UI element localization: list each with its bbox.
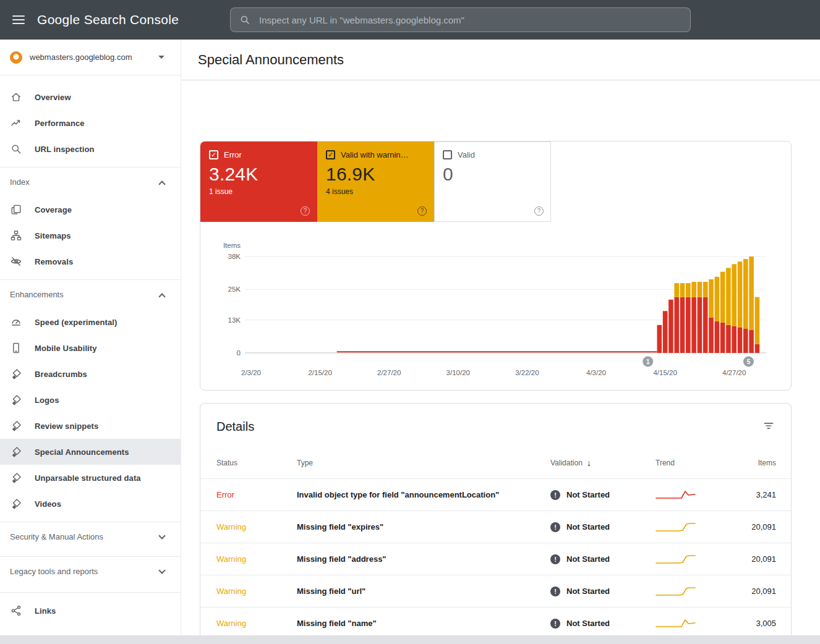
chevron-up-icon: [158, 180, 165, 187]
sidebar-item-videos[interactable]: Videos: [0, 491, 181, 517]
sidebar-bottom: Links: [0, 592, 181, 624]
sidebar-item-coverage[interactable]: Coverage: [0, 197, 181, 222]
sidebar-item-review-snippets[interactable]: Review snippets: [0, 413, 181, 439]
details-table-header: StatusTypeValidation↓TrendItems: [200, 447, 791, 478]
not-started-icon: !: [550, 554, 560, 564]
type-cell: Missing field "url": [297, 587, 550, 596]
sidebar-item-removals[interactable]: Removals: [0, 248, 181, 274]
not-started-icon: !: [550, 587, 560, 596]
sidebar-section-security-manual-actions[interactable]: Security & Manual Actions: [0, 522, 181, 551]
svg-text:4/27/20: 4/27/20: [722, 369, 746, 376]
sidebar-item-special-announcements[interactable]: Special Announcements: [0, 439, 181, 465]
summary-card-valid[interactable]: Valid0?: [434, 142, 551, 222]
sidebar-item-label: Unparsable structured data: [35, 473, 141, 483]
url-inspection-input[interactable]: [258, 14, 681, 26]
help-icon[interactable]: ?: [417, 206, 427, 216]
svg-text:4/3/20: 4/3/20: [586, 369, 606, 376]
sidebar-item-url-inspection[interactable]: URL inspection: [0, 136, 181, 162]
details-row[interactable]: ErrorInvalid object type for field "anno…: [200, 478, 791, 511]
sidebar-item-label: Sitemaps: [35, 231, 71, 240]
help-icon[interactable]: ?: [534, 206, 544, 216]
card-label: Valid with warnin…: [341, 150, 409, 159]
trend-cell: [656, 586, 748, 597]
warning-checkbox[interactable]: ✓: [326, 150, 335, 159]
details-row[interactable]: WarningMissing field "name"!Not Started3…: [200, 607, 791, 635]
validation-cell: !Not Started: [550, 619, 656, 629]
search-icon: [239, 14, 250, 25]
column-header-status[interactable]: Status: [216, 459, 297, 467]
sidebar-item-overview[interactable]: Overview: [0, 84, 181, 110]
summary-card-error[interactable]: ✓Error3.24K1 issue?: [200, 142, 317, 222]
section-label: Security & Manual Actions: [10, 532, 103, 541]
sidebar: webmasters.googleblog.com OverviewPerfor…: [0, 40, 181, 635]
svg-text:13K: 13K: [228, 316, 241, 324]
sidebar-item-speed-experimental[interactable]: Speed (experimental): [0, 309, 181, 335]
chart-marker-1: 1: [643, 357, 653, 367]
links-icon: [10, 604, 22, 617]
sidebar-item-links[interactable]: Links: [0, 598, 181, 624]
enhancement-icon: [10, 394, 22, 406]
svg-text:3/22/20: 3/22/20: [515, 369, 539, 376]
details-panel: Details StatusTypeValidation↓TrendItems …: [200, 403, 792, 635]
performance-icon: [10, 117, 22, 129]
menu-icon[interactable]: [12, 13, 27, 27]
sidebar-section-enhancements[interactable]: Enhancements: [0, 279, 181, 309]
property-selector[interactable]: webmasters.googleblog.com: [0, 40, 181, 75]
page-title: Special Announcements: [198, 52, 344, 68]
column-header-validation[interactable]: Validation↓: [550, 458, 656, 468]
enhancement-icon: [10, 498, 22, 510]
trend-cell: [656, 618, 748, 629]
not-started-icon: !: [550, 619, 560, 629]
valid-checkbox[interactable]: [443, 150, 452, 159]
sidebar-section-legacy-tools-and-reports[interactable]: Legacy tools and reports: [0, 556, 181, 586]
svg-text:Items: Items: [223, 242, 241, 249]
sidebar-item-sitemaps[interactable]: Sitemaps: [0, 222, 181, 248]
validation-cell: !Not Started: [550, 490, 656, 500]
svg-text:25K: 25K: [228, 286, 241, 293]
enhancement-icon: [10, 420, 22, 432]
sidebar-item-unparsable-structured-data[interactable]: Unparsable structured data: [0, 465, 181, 491]
items-cell: 3,241: [748, 490, 776, 499]
status-cell: Warning: [216, 522, 297, 532]
not-started-icon: !: [550, 522, 560, 532]
sidebar-nav: OverviewPerformanceURL inspectionIndexCo…: [0, 75, 181, 624]
summary-card-warning[interactable]: ✓Valid with warnin…16.9K4 issues?: [317, 142, 434, 222]
details-title: Details: [216, 420, 254, 434]
property-name: webmasters.googleblog.com: [30, 53, 132, 62]
validation-cell: !Not Started: [550, 587, 656, 596]
chevron-down-icon: [158, 532, 165, 539]
trend-sparkline: [656, 489, 699, 501]
sidebar-item-performance[interactable]: Performance: [0, 110, 181, 136]
details-row[interactable]: WarningMissing field "expires"!Not Start…: [200, 511, 791, 543]
sidebar-item-mobile-usability[interactable]: Mobile Usability: [0, 335, 181, 361]
removals-icon: [10, 255, 22, 268]
column-header-items[interactable]: Items: [748, 459, 776, 467]
svg-text:3/10/20: 3/10/20: [446, 369, 470, 376]
section-label: Legacy tools and reports: [10, 567, 98, 576]
sidebar-item-logos[interactable]: Logos: [0, 387, 181, 413]
sidebar-section-index[interactable]: Index: [0, 167, 181, 197]
speed-icon: [10, 316, 22, 328]
sidebar-item-label: Coverage: [35, 205, 72, 214]
help-icon[interactable]: ?: [301, 206, 310, 216]
url-inspection-searchbox[interactable]: [230, 7, 691, 32]
trend-sparkline: [656, 554, 699, 565]
items-cell: 20,091: [748, 522, 776, 532]
report-content: ✓Error3.24K1 issue?✓Valid with warnin…16…: [181, 141, 820, 635]
column-header-trend[interactable]: Trend: [656, 459, 748, 467]
filter-icon[interactable]: [761, 418, 776, 435]
column-header-type[interactable]: Type: [297, 459, 550, 467]
trend-cell: [656, 522, 748, 533]
details-row[interactable]: WarningMissing field "address"!Not Start…: [200, 543, 791, 575]
trend-sparkline: [656, 586, 699, 597]
validation-status: Not Started: [566, 587, 610, 596]
not-started-icon: !: [550, 490, 560, 500]
type-cell: Missing field "name": [297, 619, 550, 628]
error-checkbox[interactable]: ✓: [209, 150, 218, 159]
trend-sparkline: [656, 618, 699, 629]
sidebar-item-breadcrumbs[interactable]: Breadcrumbs: [0, 361, 181, 387]
summary-chart-panel: ✓Error3.24K1 issue?✓Valid with warnin…16…: [200, 141, 792, 391]
details-row[interactable]: WarningMissing field "url"!Not Started20…: [200, 575, 791, 607]
section-label: Enhancements: [10, 290, 64, 299]
enhancement-icon: [10, 446, 22, 458]
